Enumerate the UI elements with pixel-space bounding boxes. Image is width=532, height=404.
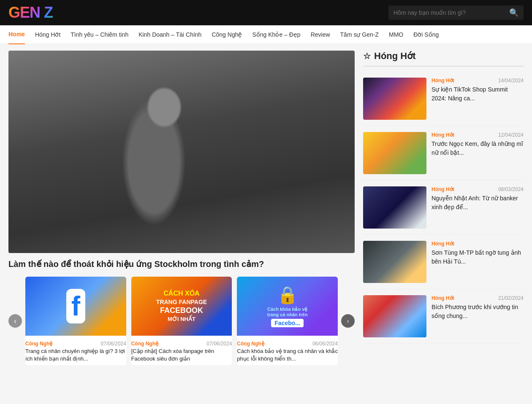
nav-tinh-yeu[interactable]: Tình yêu – Chiêm tinh: [71, 25, 128, 44]
carousel-img2-text: CÁCH XÓA TRANG FANPAGE FACEBOOK MỚI NHẤT: [153, 286, 210, 326]
header: GEN Z 🔍: [0, 0, 532, 25]
news-item-3[interactable]: Hóng Hớt 08/03/2024 Nguyễn Nhật Anh: Từ …: [363, 180, 524, 235]
news-date-2: 12/04/2024: [498, 132, 524, 138]
search-input[interactable]: [394, 9, 506, 16]
news-item-meta-5: Hóng Hớt 21/02/2024: [432, 295, 524, 301]
nav-hong-hot[interactable]: Hóng Hớt: [35, 25, 60, 44]
carousel-item-image-2: CÁCH XÓA TRANG FANPAGE FACEBOOK MỚI NHẤT: [131, 277, 232, 336]
carousel-item-date-2: 07/06/2024: [206, 341, 232, 347]
carousel-item-title-1: Trang cá nhân chuyên nghiệp là gì? 3 lợi…: [25, 347, 126, 363]
news-item-content-5: Hóng Hớt 21/02/2024 Bích Phương trước kh…: [432, 295, 524, 337]
news-item-content-3: Hóng Hớt 08/03/2024 Nguyễn Nhật Anh: Từ …: [432, 186, 524, 229]
carousel-item-image-1: f: [25, 277, 126, 336]
carousel-item-category-2: Công Nghệ: [131, 341, 158, 347]
carousel-item[interactable]: f Công Nghệ 07/06/2024 Trang cá nhân chu…: [25, 277, 126, 365]
main-content: Làm thế nào để thoát khỏi hiệu ứng Stock…: [0, 44, 532, 372]
carousel-item-date-1: 07/06/2024: [101, 341, 126, 347]
news-item-1[interactable]: Hóng Hớt 14/04/2024 Sự kiện TikTok Shop …: [363, 72, 524, 126]
news-date-1: 14/04/2024: [498, 78, 524, 83]
nav-cong-nghe[interactable]: Công Nghệ: [212, 25, 242, 44]
news-item-4[interactable]: Hóng Hớt Sơn Tùng M-TP bất ngờ tung ảnh …: [363, 235, 524, 289]
carousel-item-title-3: Cách khóa bảo vệ trang cá nhân và khắc p…: [237, 347, 338, 363]
carousel-item-image-3: 🔒 Cách khóa bảo vệ trang cá nhân trên Fa…: [237, 277, 338, 336]
news-item-meta-2: Hóng Hớt 12/04/2024: [432, 132, 524, 138]
news-thumb-1: [363, 78, 426, 120]
carousel-items: f Công Nghệ 07/06/2024 Trang cá nhân chu…: [25, 277, 338, 365]
nav-mmo[interactable]: MMO: [389, 25, 403, 44]
news-date-3: 08/03/2024: [498, 186, 524, 192]
news-item-meta-4: Hóng Hớt: [432, 241, 524, 247]
news-item-2[interactable]: Hóng Hớt 12/04/2024 Trước Ngọc Kem, đây …: [363, 126, 524, 180]
news-category-2: Hóng Hớt: [432, 132, 454, 138]
news-date-5: 21/02/2024: [498, 295, 524, 301]
news-title-2: Trước Ngọc Kem, đây là những mĩ nữ nổi b…: [432, 140, 524, 157]
news-list: Hóng Hớt 14/04/2024 Sự kiện TikTok Shop …: [363, 72, 524, 344]
news-item-content-4: Hóng Hớt Sơn Tùng M-TP bất ngờ tung ảnh …: [432, 241, 524, 283]
news-item-meta-1: Hóng Hớt 14/04/2024: [432, 78, 524, 83]
nav-tam-su[interactable]: Tâm sự Gen-Z: [340, 25, 379, 44]
news-thumb-3: [363, 186, 426, 229]
news-thumb-4: [363, 241, 426, 283]
carousel-item-3[interactable]: 🔒 Cách khóa bảo vệ trang cá nhân trên Fa…: [237, 277, 338, 365]
right-column: ☆ Hóng Hớt Hóng Hớt 14/04/2024 Sự kiện T…: [363, 51, 524, 365]
search-bar: 🔍: [388, 5, 524, 20]
star-icon: ☆: [363, 51, 371, 61]
nav-kinh-doanh[interactable]: Kinh Doanh – Tài Chính: [138, 25, 201, 44]
hero-figure: [8, 51, 355, 253]
nav-doi-song[interactable]: Đời Sống: [413, 25, 439, 44]
nav-review[interactable]: Review: [311, 25, 330, 44]
news-title-1: Sự kiện TikTok Shop Summit 2024: Nâng ca…: [432, 85, 524, 103]
news-item-content-2: Hóng Hớt 12/04/2024 Trước Ngọc Kem, đây …: [432, 132, 524, 174]
carousel-item-meta-2: Công Nghệ 07/06/2024: [131, 338, 232, 347]
news-category-1: Hóng Hớt: [432, 78, 454, 83]
section-title: ☆ Hóng Hớt: [363, 51, 524, 67]
news-item-5[interactable]: Hóng Hớt 21/02/2024 Bích Phương trước kh…: [363, 289, 524, 344]
carousel-item-2[interactable]: CÁCH XÓA TRANG FANPAGE FACEBOOK MỚI NHẤT…: [131, 277, 232, 365]
news-category-3: Hóng Hớt: [432, 186, 454, 192]
news-title-4: Sơn Tùng M-TP bất ngờ tung ảnh bên Hải T…: [432, 248, 524, 266]
news-category-5: Hóng Hớt: [432, 295, 454, 301]
news-item-content-1: Hóng Hớt 14/04/2024 Sự kiện TikTok Shop …: [432, 78, 524, 120]
news-category-4: Hóng Hớt: [432, 241, 454, 247]
carousel-item-body-2: Công Nghệ 07/06/2024 [Cập nhật] Cách xóa…: [131, 336, 232, 365]
carousel-item-category-3: Công Nghệ: [237, 341, 264, 347]
main-nav: Home Hóng Hớt Tình yêu – Chiêm tinh Kinh…: [0, 25, 532, 44]
carousel-item-meta-3: Công Nghệ 06/06/2024: [237, 338, 338, 347]
hero-image[interactable]: [8, 51, 355, 253]
news-title-5: Bích Phương trước khi vướng tin sống chu…: [432, 303, 524, 321]
news-title-3: Nguyễn Nhật Anh: Từ nữ banker xinh đẹp đ…: [432, 194, 524, 212]
carousel-prev-button[interactable]: ‹: [8, 314, 22, 328]
carousel-item-title-2: [Cập nhật] Cách xóa fanpage trên Faceboo…: [131, 347, 232, 363]
news-item-meta-3: Hóng Hớt 08/03/2024: [432, 186, 524, 192]
carousel: ‹ f Công Nghệ 07/06/2024 Trang cá nhân c…: [8, 277, 355, 365]
carousel-item-date-3: 06/06/2024: [312, 341, 338, 347]
hero-title[interactable]: Làm thế nào để thoát khỏi hiệu ứng Stock…: [8, 258, 355, 270]
search-icon[interactable]: 🔍: [509, 8, 518, 17]
carousel-next-button[interactable]: ›: [341, 314, 355, 328]
carousel-item-body-3: Công Nghệ 06/06/2024 Cách khóa bảo vệ tr…: [237, 336, 338, 365]
news-thumb-5: [363, 295, 426, 337]
section-title-text: Hóng Hớt: [374, 51, 416, 62]
left-column: Làm thế nào để thoát khỏi hiệu ứng Stock…: [8, 51, 355, 365]
news-thumb-2: [363, 132, 426, 174]
carousel-item-meta-1: Công Nghệ 07/06/2024: [25, 338, 126, 347]
carousel-item-body-1: Công Nghệ 07/06/2024 Trang cá nhân chuyê…: [25, 336, 126, 365]
nav-song-khoe[interactable]: Sống Khỏe – Đẹp: [252, 25, 300, 44]
logo[interactable]: GEN Z: [8, 4, 53, 22]
nav-home[interactable]: Home: [8, 25, 25, 44]
carousel-item-category-1: Công Nghệ: [25, 341, 52, 347]
